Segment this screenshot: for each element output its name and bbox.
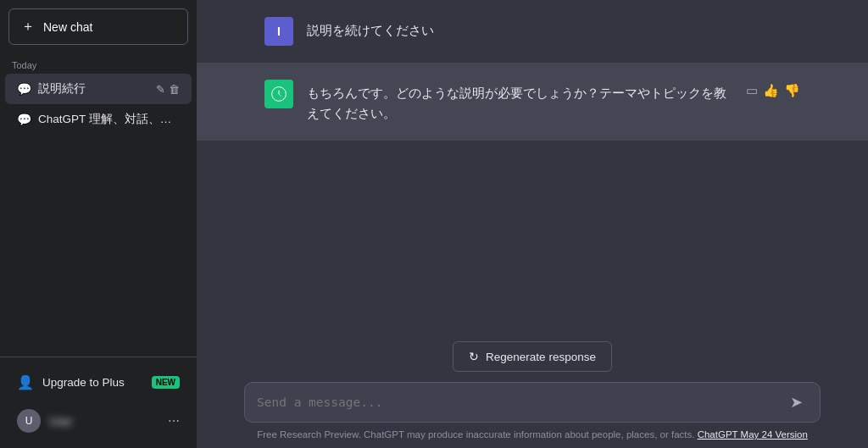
chat-item-label-2: ChatGPT 理解、対話、生成: [38, 112, 180, 127]
chat-item-actions: ✎ 🗑: [156, 83, 180, 96]
user-message: I 説明を続けてください: [197, 0, 868, 63]
send-button[interactable]: ➤: [785, 391, 808, 413]
sidebar: ＋ New chat Today 💬 説明続行 ✎ 🗑 💬 ChatGPT 理解…: [0, 0, 197, 448]
delete-icon[interactable]: 🗑: [169, 83, 180, 96]
ellipsis-icon[interactable]: ⋯: [168, 414, 180, 428]
message-input[interactable]: [257, 395, 785, 409]
regenerate-response-button[interactable]: ↻ Regenerate response: [453, 341, 612, 372]
copy-icon[interactable]: ▭: [746, 83, 758, 98]
upgrade-to-plus-button[interactable]: 👤 Upgrade to Plus NEW: [7, 366, 190, 399]
assistant-message-actions: ▭ 👍 👎: [746, 80, 800, 98]
assistant-message: もちろんです。どのような説明が必要でしょうか？テーマやトピックを教えてください。…: [197, 63, 868, 141]
user-name: User: [49, 415, 159, 428]
footer-note: Free Research Preview. ChatGPT may produ…: [240, 429, 825, 448]
chat-bubble-icon-2: 💬: [17, 113, 31, 126]
new-chat-button[interactable]: ＋ New chat: [8, 8, 188, 45]
sidebar-footer: 👤 Upgrade to Plus NEW U User ⋯: [0, 357, 197, 448]
today-section-label: Today: [0, 53, 197, 74]
refresh-icon: ↻: [469, 350, 479, 363]
chat-bubble-icon: 💬: [17, 82, 31, 96]
user-circle-icon: 👤: [17, 374, 34, 390]
user-row[interactable]: U User ⋯: [7, 402, 190, 440]
new-badge: NEW: [152, 376, 180, 389]
assistant-avatar: [264, 80, 293, 108]
assistant-message-content: もちろんです。どのような説明が必要でしょうか？テーマやトピックを教えてください。…: [307, 80, 800, 124]
chat-item-2[interactable]: 💬 ChatGPT 理解、対話、生成: [5, 104, 192, 135]
send-icon: ➤: [790, 394, 803, 411]
bottom-area: ↻ Regenerate response ➤ Free Research Pr…: [197, 333, 868, 448]
chat-area: I 説明を続けてください もちろんです。どのような説明が必要でしょうか？テーマや…: [197, 0, 868, 333]
main-area: I 説明を続けてください もちろんです。どのような説明が必要でしょうか？テーマや…: [197, 0, 868, 448]
thumbs-up-icon[interactable]: 👍: [763, 83, 779, 98]
user-message-text: 説明を続けてください: [307, 17, 800, 41]
new-chat-label: New chat: [43, 20, 92, 34]
chat-item-1[interactable]: 💬 説明続行 ✎ 🗑: [5, 74, 192, 104]
message-input-area: ➤: [244, 382, 821, 423]
upgrade-label: Upgrade to Plus: [42, 376, 125, 389]
edit-icon[interactable]: ✎: [156, 83, 165, 96]
plus-icon: ＋: [21, 18, 35, 36]
regenerate-label: Regenerate response: [486, 351, 596, 363]
thumbs-down-icon[interactable]: 👎: [784, 83, 800, 98]
version-link[interactable]: ChatGPT May 24 Version: [698, 429, 808, 440]
avatar: U: [17, 409, 41, 433]
assistant-message-text: もちろんです。どのような説明が必要でしょうか？テーマやトピックを教えてください。: [307, 80, 737, 124]
chat-item-label-1: 説明続行: [38, 81, 149, 97]
user-message-avatar: I: [264, 17, 293, 46]
